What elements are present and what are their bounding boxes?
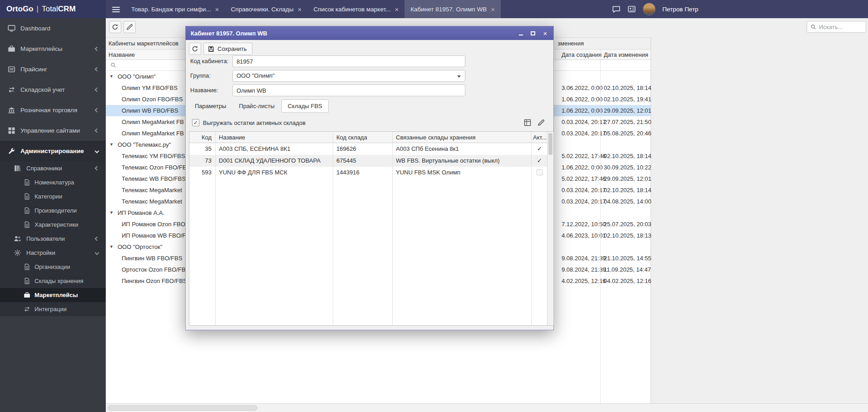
- scrollbar-thumb[interactable]: [108, 405, 257, 411]
- warehouse-code-cell: 35: [189, 143, 212, 155]
- cabinet-code-input[interactable]: [232, 55, 465, 67]
- cabinet-name-input[interactable]: [232, 84, 465, 96]
- save-icon: [208, 46, 214, 52]
- sidebar-item-категории[interactable]: Категории: [0, 189, 106, 204]
- tab-label: Справочники. Склады: [231, 6, 294, 13]
- sidebar-item-dashboard[interactable]: Dashboard: [0, 18, 106, 39]
- sidebar-item-label: Розничная торговля: [20, 107, 77, 114]
- user-name[interactable]: Петров Петр: [662, 6, 698, 13]
- cabinet-name: ИП Романов WB FBO/F: [122, 230, 186, 241]
- save-button[interactable]: Сохранить: [203, 43, 252, 55]
- sidebar-item-складской-учет[interactable]: Складской учет: [0, 79, 106, 100]
- help-book-icon[interactable]: [627, 5, 636, 14]
- tab-fbs-warehouses[interactable]: Склады FBS: [281, 99, 329, 113]
- table-row[interactable]: 73D001 СКЛАД УДАЛЕННОГО ТОВАРА675445WB F…: [189, 155, 553, 167]
- column-header-warehouse-code[interactable]: Код склада: [336, 132, 367, 143]
- modified-date: 02.10.2025, 18:14: [604, 82, 651, 94]
- tab-cabinet-list[interactable]: Список кабинетов маркет... ×: [307, 0, 404, 18]
- table-header: Код Название Код склада Связанные склады…: [189, 132, 553, 143]
- sidebar-item-номенклатура[interactable]: Номенклатура: [0, 175, 106, 189]
- cabinet-name: Олимп Ozon FBO/FBS: [122, 94, 183, 105]
- books-icon: [14, 164, 21, 172]
- column-header-code[interactable]: Код: [189, 132, 212, 143]
- group-select-value: ООО "Олимп": [237, 70, 275, 82]
- check-icon[interactable]: ✓: [531, 143, 548, 155]
- sidebar-item-прайсинг[interactable]: Прайсинг: [0, 59, 106, 79]
- sidebar-item-организации[interactable]: Организации: [0, 260, 106, 274]
- export-active-stocks-checkbox[interactable]: ✓: [192, 119, 199, 126]
- tree-collapse-icon[interactable]: ▼: [109, 241, 113, 253]
- sidebar-item-производители[interactable]: Производители: [0, 204, 106, 218]
- sidebar-item-администрирование[interactable]: Администрирование: [0, 141, 106, 161]
- chat-icon[interactable]: [612, 5, 621, 14]
- group-select[interactable]: ООО "Олимп": [232, 70, 465, 82]
- close-icon[interactable]: ×: [395, 6, 399, 13]
- search-input[interactable]: [819, 24, 863, 30]
- tab-warehouses-dictionary[interactable]: Справочники. Склады ×: [225, 0, 308, 18]
- close-button[interactable]: ×: [540, 28, 551, 38]
- column-header-name[interactable]: Название: [108, 50, 135, 60]
- table-row[interactable]: 35A003 СПБ, ЕСЕНИНА 8К1169626A003 СПб Ес…: [189, 143, 553, 155]
- table-row[interactable]: 593YUNU ФФ ДЛЯ FBS МСК1443916YUNU FBS MS…: [189, 167, 553, 179]
- sidebar-item-маркетплейсы[interactable]: Маркетплейсы: [0, 288, 106, 302]
- sidebar-item-характеристики[interactable]: Характеристики: [0, 218, 106, 232]
- sidebar-item-label: Администрирование: [20, 148, 84, 154]
- created-date: 0.03.2024, 20:17: [562, 196, 606, 207]
- modal-tabs: Параметры Прайс-листы Склады FBS: [189, 99, 329, 113]
- column-header-created[interactable]: Дата создания: [562, 50, 602, 60]
- cabinet-name: Пингвин Ozon FBO/FBS: [122, 275, 187, 287]
- tree-collapse-icon[interactable]: ▼: [109, 71, 113, 82]
- sidebar-item-маркетплейсы[interactable]: Маркетплейсы: [0, 39, 106, 59]
- column-header-linked[interactable]: Связанные склады хранения: [396, 132, 475, 143]
- refresh-button[interactable]: [109, 21, 121, 33]
- sidebar-item-склады-хранения[interactable]: Склады хранения: [0, 274, 106, 288]
- edit-row-button[interactable]: [535, 117, 547, 128]
- avatar[interactable]: [643, 3, 656, 15]
- chevron-left-icon: [95, 108, 99, 113]
- sidebar-item-пользователи[interactable]: Пользователи: [0, 232, 106, 246]
- close-icon[interactable]: ×: [215, 6, 219, 13]
- tab-parameters[interactable]: Параметры: [189, 99, 232, 113]
- app-root: OrtoGo | TotalCRM Товар. Бандаж при симф…: [0, 0, 868, 412]
- check-icon[interactable]: ✓: [531, 155, 548, 167]
- minimize-button[interactable]: [515, 28, 526, 38]
- horizontal-scrollbar[interactable]: [106, 403, 868, 412]
- column-header-modified[interactable]: Дата изменения: [604, 50, 648, 60]
- sidebar-item-label: Интеграции: [35, 306, 67, 313]
- product-name-bold: CRM: [58, 5, 76, 14]
- sidebar-item-label: Организации: [35, 263, 70, 270]
- edit-button[interactable]: [123, 21, 136, 33]
- tab-cabinet-81957[interactable]: Кабинет 81957. Олимп WB ×: [404, 0, 501, 18]
- empty-checkbox[interactable]: [537, 169, 542, 175]
- cabinet-name: Олимп WB FBO/FBS: [122, 105, 178, 116]
- sidebar-item-справочники[interactable]: Справочники: [0, 161, 106, 175]
- modal-titlebar[interactable]: Кабинет 81957. Олимп WB: [186, 26, 553, 40]
- menu-toggle-icon[interactable]: [112, 5, 120, 14]
- sidebar-item-настройки[interactable]: Настройки: [0, 246, 106, 260]
- sidebar-item-розничная-торговля[interactable]: Розничная торговля: [0, 100, 106, 120]
- tab-pricelists[interactable]: Прайс-листы: [233, 99, 281, 113]
- vertical-scrollbar[interactable]: [547, 132, 553, 325]
- column-header-active[interactable]: Акт...: [533, 132, 547, 143]
- app-logo: OrtoGo | TotalCRM: [0, 0, 106, 18]
- sidebar-item-label: Прайсинг: [20, 66, 47, 73]
- close-icon[interactable]: ×: [298, 6, 302, 13]
- export-table-button[interactable]: [522, 117, 533, 128]
- quick-search: [807, 21, 866, 33]
- column-header-name[interactable]: Название: [219, 132, 245, 143]
- cabinet-name: Телемакс YM FBO/FBS: [122, 150, 185, 162]
- tab-label: Список кабинетов маркет...: [313, 6, 390, 13]
- warehouse-name-cell: YUNU ФФ ДЛЯ FBS МСК: [219, 167, 287, 179]
- maximize-button[interactable]: [528, 28, 538, 38]
- tab-product-bandage[interactable]: Товар. Бандаж при симфи... ×: [125, 0, 225, 18]
- close-icon[interactable]: ×: [491, 6, 495, 13]
- active-cell[interactable]: [531, 167, 548, 179]
- sidebar-item-интеграции[interactable]: Интеграции: [0, 302, 106, 316]
- created-date: 4.06.2023, 10:01: [562, 230, 606, 241]
- tree-collapse-icon[interactable]: ▼: [109, 207, 113, 218]
- sidebar-item-управление-сайтами[interactable]: Управление сайтами: [0, 120, 106, 141]
- scrollbar-thumb[interactable]: [548, 133, 552, 155]
- tree-collapse-icon[interactable]: ▼: [109, 139, 113, 150]
- modal-refresh-button[interactable]: [189, 43, 201, 55]
- modified-date: 29.09.2025, 12:01: [604, 105, 651, 116]
